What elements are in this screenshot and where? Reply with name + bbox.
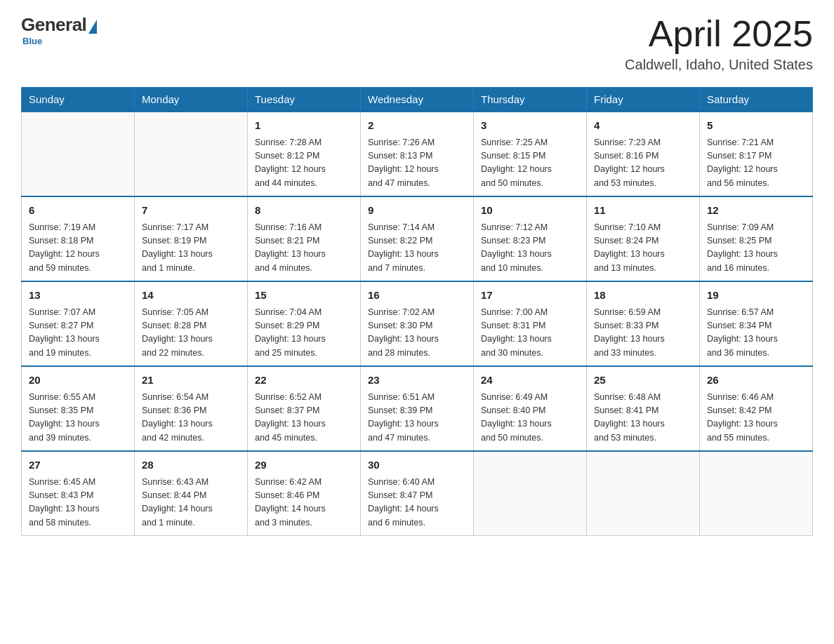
day-info-text: Daylight: 13 hours — [29, 417, 127, 431]
day-info-text: Daylight: 14 hours — [368, 502, 466, 516]
calendar-day-cell: 7Sunrise: 7:17 AMSunset: 8:19 PMDaylight… — [135, 196, 248, 281]
day-info-text: Sunrise: 6:59 AM — [594, 306, 692, 319]
calendar-day-cell: 13Sunrise: 7:07 AMSunset: 8:27 PMDayligh… — [22, 281, 135, 366]
day-info-text: Sunrise: 6:48 AM — [594, 391, 692, 404]
day-info-text: Daylight: 14 hours — [142, 502, 240, 516]
logo-general-text: General — [21, 14, 86, 36]
day-info-text: Sunrise: 7:10 AM — [594, 221, 692, 234]
day-info-text: Sunrise: 7:26 AM — [368, 136, 466, 149]
day-info-text: and 13 minutes. — [594, 262, 692, 275]
day-info-text: Sunrise: 7:12 AM — [481, 221, 579, 234]
day-info-text: Sunset: 8:17 PM — [707, 149, 805, 163]
day-info-text: Daylight: 13 hours — [142, 248, 240, 261]
day-info-text: Daylight: 13 hours — [481, 417, 579, 431]
day-info-text: Sunset: 8:30 PM — [368, 319, 466, 333]
day-info-text: Daylight: 13 hours — [481, 333, 579, 346]
day-info-text: and 56 minutes. — [707, 177, 805, 190]
day-info-text: Daylight: 13 hours — [707, 248, 805, 261]
day-info-text: Sunrise: 7:00 AM — [481, 306, 579, 319]
day-info-text: and 42 minutes. — [142, 431, 240, 445]
calendar-week-row: 20Sunrise: 6:55 AMSunset: 8:35 PMDayligh… — [22, 366, 813, 451]
calendar-day-cell: 17Sunrise: 7:00 AMSunset: 8:31 PMDayligh… — [474, 281, 587, 366]
calendar-day-cell: 25Sunrise: 6:48 AMSunset: 8:41 PMDayligh… — [587, 366, 700, 451]
day-number: 29 — [255, 457, 353, 474]
calendar-table: SundayMondayTuesdayWednesdayThursdayFrid… — [21, 87, 813, 536]
day-info-text: and 25 minutes. — [255, 347, 353, 360]
calendar-week-row: 13Sunrise: 7:07 AMSunset: 8:27 PMDayligh… — [22, 281, 813, 366]
day-info-text: Sunset: 8:13 PM — [368, 149, 466, 163]
day-info-text: Sunset: 8:35 PM — [29, 404, 127, 417]
day-info-text: Sunrise: 6:55 AM — [29, 391, 127, 404]
day-info-text: Daylight: 13 hours — [707, 417, 805, 431]
day-info-text: and 58 minutes. — [29, 516, 127, 530]
logo: General Blue — [21, 14, 97, 46]
calendar-day-cell: 16Sunrise: 7:02 AMSunset: 8:30 PMDayligh… — [361, 281, 474, 366]
day-number: 16 — [368, 288, 466, 304]
day-info-text: Sunrise: 6:52 AM — [255, 391, 353, 404]
day-info-text: Sunrise: 7:23 AM — [594, 136, 692, 149]
calendar-week-row: 6Sunrise: 7:19 AMSunset: 8:18 PMDaylight… — [22, 196, 813, 281]
day-info-text: Sunset: 8:44 PM — [142, 489, 240, 502]
day-info-text: Sunrise: 7:28 AM — [255, 136, 353, 149]
day-info-text: Sunset: 8:15 PM — [481, 149, 579, 163]
day-info-text: Daylight: 13 hours — [142, 417, 240, 431]
day-info-text: Sunset: 8:42 PM — [707, 404, 805, 417]
calendar-day-cell — [700, 451, 813, 536]
day-info-text: Daylight: 12 hours — [29, 248, 127, 261]
day-number: 15 — [255, 288, 353, 304]
day-number: 13 — [29, 288, 127, 304]
day-info-text: Sunset: 8:47 PM — [368, 489, 466, 502]
day-info-text: and 53 minutes. — [594, 431, 692, 445]
day-info-text: Sunset: 8:24 PM — [594, 234, 692, 248]
calendar-header-tuesday: Tuesday — [248, 88, 361, 112]
day-number: 7 — [142, 203, 240, 219]
day-info-text: Sunset: 8:25 PM — [707, 234, 805, 248]
day-info-text: and 44 minutes. — [255, 177, 353, 190]
location-subtitle: Caldwell, Idaho, United States — [625, 57, 813, 73]
day-info-text: Sunrise: 6:54 AM — [142, 391, 240, 404]
calendar-header-wednesday: Wednesday — [361, 88, 474, 112]
calendar-day-cell: 3Sunrise: 7:25 AMSunset: 8:15 PMDaylight… — [474, 112, 587, 196]
day-info-text: and 3 minutes. — [255, 516, 353, 530]
day-info-text: Daylight: 13 hours — [594, 333, 692, 346]
day-number: 6 — [29, 203, 127, 219]
day-info-text: Sunrise: 7:09 AM — [707, 221, 805, 234]
day-number: 27 — [29, 457, 127, 474]
calendar-day-cell: 6Sunrise: 7:19 AMSunset: 8:18 PMDaylight… — [22, 196, 135, 281]
day-info-text: Daylight: 13 hours — [29, 502, 127, 516]
calendar-day-cell: 23Sunrise: 6:51 AMSunset: 8:39 PMDayligh… — [361, 366, 474, 451]
day-info-text: and 50 minutes. — [481, 431, 579, 445]
day-info-text: and 10 minutes. — [481, 262, 579, 275]
day-info-text: Daylight: 13 hours — [707, 333, 805, 346]
day-number: 5 — [707, 118, 805, 134]
day-info-text: and 55 minutes. — [707, 431, 805, 445]
day-info-text: Sunset: 8:23 PM — [481, 234, 579, 248]
day-info-text: and 4 minutes. — [255, 262, 353, 275]
day-info-text: Daylight: 13 hours — [368, 333, 466, 346]
logo-triangle-icon — [88, 20, 97, 34]
calendar-header-row: SundayMondayTuesdayWednesdayThursdayFrid… — [22, 88, 813, 112]
day-info-text: Daylight: 13 hours — [368, 248, 466, 261]
calendar-header-thursday: Thursday — [474, 88, 587, 112]
day-info-text: Sunrise: 7:04 AM — [255, 306, 353, 319]
day-number: 12 — [707, 203, 805, 219]
day-number: 24 — [481, 373, 579, 389]
calendar-day-cell: 21Sunrise: 6:54 AMSunset: 8:36 PMDayligh… — [135, 366, 248, 451]
day-info-text: Sunset: 8:40 PM — [481, 404, 579, 417]
day-number: 1 — [255, 118, 353, 134]
calendar-week-row: 1Sunrise: 7:28 AMSunset: 8:12 PMDaylight… — [22, 112, 813, 196]
day-info-text: Sunset: 8:39 PM — [368, 404, 466, 417]
calendar-header-saturday: Saturday — [700, 88, 813, 112]
day-info-text: Daylight: 12 hours — [594, 163, 692, 176]
calendar-day-cell: 2Sunrise: 7:26 AMSunset: 8:13 PMDaylight… — [361, 112, 474, 196]
calendar-day-cell: 14Sunrise: 7:05 AMSunset: 8:28 PMDayligh… — [135, 281, 248, 366]
day-info-text: Sunrise: 6:51 AM — [368, 391, 466, 404]
day-info-text: Daylight: 13 hours — [594, 248, 692, 261]
calendar-day-cell — [474, 451, 587, 536]
calendar-day-cell: 18Sunrise: 6:59 AMSunset: 8:33 PMDayligh… — [587, 281, 700, 366]
day-number: 4 — [594, 118, 692, 134]
day-info-text: Sunrise: 7:07 AM — [29, 306, 127, 319]
day-number: 2 — [368, 118, 466, 134]
day-number: 11 — [594, 203, 692, 219]
calendar-week-row: 27Sunrise: 6:45 AMSunset: 8:43 PMDayligh… — [22, 451, 813, 536]
